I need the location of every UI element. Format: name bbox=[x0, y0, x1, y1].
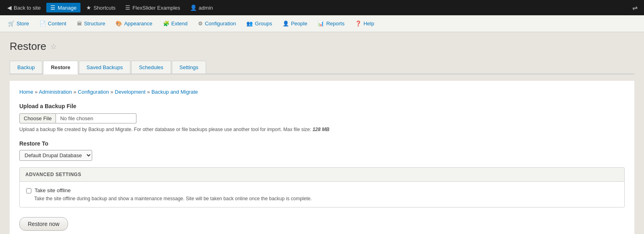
offline-checkbox-row: Take site offline bbox=[26, 187, 618, 193]
restore-to-select[interactable]: Default Drupal Database bbox=[19, 150, 92, 161]
reports-icon: 📊 bbox=[318, 21, 324, 27]
admin-user-button[interactable]: 👤 admin bbox=[186, 3, 217, 12]
restore-to-label: Restore To bbox=[19, 140, 625, 147]
breadcrumb-backup-migrate[interactable]: Backup and Migrate bbox=[151, 89, 198, 95]
content-panel: Home » Administration » Configuration » … bbox=[10, 81, 634, 234]
offline-checkbox-description: Take the site offline during backup and … bbox=[34, 196, 618, 201]
advanced-settings-body: Take site offline Take the site offline … bbox=[20, 182, 624, 207]
flexslider-icon: ☰ bbox=[125, 4, 130, 11]
tab-saved-backups[interactable]: Saved Backups bbox=[79, 61, 130, 74]
nav-help[interactable]: ❓ Help bbox=[350, 19, 379, 28]
restore-now-button[interactable]: Restore now bbox=[19, 217, 68, 231]
extend-icon: 🧩 bbox=[163, 21, 169, 27]
offline-checkbox-label[interactable]: Take site offline bbox=[35, 187, 70, 193]
nav-structure[interactable]: 🏛 Structure bbox=[72, 19, 110, 28]
tab-settings[interactable]: Settings bbox=[172, 61, 206, 74]
back-icon: ◀ bbox=[7, 4, 12, 11]
breadcrumb-administration[interactable]: Administration bbox=[39, 89, 72, 95]
page-title-area: Restore ☆ bbox=[10, 40, 634, 53]
structure-icon: 🏛 bbox=[77, 21, 82, 27]
tab-backup[interactable]: Backup bbox=[10, 61, 42, 74]
nav-content[interactable]: 📄 Content bbox=[35, 19, 71, 28]
nav-people[interactable]: 👤 People bbox=[278, 19, 312, 28]
groups-icon: 👥 bbox=[246, 21, 253, 27]
store-icon: 🛒 bbox=[8, 21, 14, 27]
tab-schedules[interactable]: Schedules bbox=[131, 61, 171, 74]
tab-restore[interactable]: Restore bbox=[43, 61, 78, 74]
nav-groups[interactable]: 👥 Groups bbox=[242, 19, 277, 28]
nav-reports[interactable]: 📊 Reports bbox=[313, 19, 349, 28]
admin-bar-toggle[interactable]: ⇌ bbox=[629, 2, 641, 13]
shortcuts-button[interactable]: ★ Shortcuts bbox=[82, 3, 120, 12]
manage-button[interactable]: ☰ Manage bbox=[46, 3, 80, 12]
breadcrumb-development[interactable]: Development bbox=[115, 89, 146, 95]
offline-checkbox[interactable] bbox=[26, 188, 31, 193]
nav-extend[interactable]: 🧩 Extend bbox=[158, 19, 192, 28]
advanced-settings: ADVANCED SETTINGS Take site offline Take… bbox=[19, 167, 625, 207]
content-icon: 📄 bbox=[39, 21, 46, 27]
breadcrumb-home[interactable]: Home bbox=[19, 89, 33, 95]
breadcrumb: Home » Administration » Configuration » … bbox=[19, 89, 625, 95]
star-nav-icon: ★ bbox=[86, 4, 91, 11]
favorite-star-icon[interactable]: ☆ bbox=[50, 42, 57, 51]
admin-bar: ◀ Back to site ☰ Manage ★ Shortcuts ☰ Fl… bbox=[0, 0, 644, 15]
breadcrumb-configuration[interactable]: Configuration bbox=[78, 89, 109, 95]
nav-store[interactable]: 🛒 Store bbox=[3, 19, 34, 28]
page-title: Restore bbox=[10, 40, 46, 53]
back-to-site-button[interactable]: ◀ Back to site bbox=[3, 3, 45, 12]
tabs-bar: Backup Restore Saved Backups Schedules S… bbox=[10, 61, 634, 74]
choose-file-button[interactable]: Choose File bbox=[19, 113, 56, 123]
secondary-nav: 🛒 Store 📄 Content 🏛 Structure 🎨 Appearan… bbox=[0, 15, 644, 32]
nav-appearance[interactable]: 🎨 Appearance bbox=[111, 19, 157, 28]
flexslider-button[interactable]: ☰ FlexSlider Examples bbox=[121, 3, 184, 12]
main-content: Restore ☆ Backup Restore Saved Backups S… bbox=[0, 32, 644, 234]
upload-section-title: Upload a Backup File bbox=[19, 103, 625, 109]
configuration-icon: ⚙ bbox=[198, 21, 203, 27]
file-name-display: No file chosen bbox=[56, 113, 136, 123]
nav-configuration[interactable]: ⚙ Configuration bbox=[193, 19, 241, 28]
advanced-settings-header: ADVANCED SETTINGS bbox=[20, 168, 624, 182]
appearance-icon: 🎨 bbox=[116, 21, 122, 27]
upload-description: Upload a backup file created by Backup a… bbox=[19, 127, 625, 132]
user-icon: 👤 bbox=[190, 4, 197, 11]
people-icon: 👤 bbox=[283, 21, 289, 27]
help-icon: ❓ bbox=[355, 21, 361, 27]
manage-icon: ☰ bbox=[50, 4, 56, 11]
file-input-wrapper: Choose File No file chosen bbox=[19, 113, 625, 123]
